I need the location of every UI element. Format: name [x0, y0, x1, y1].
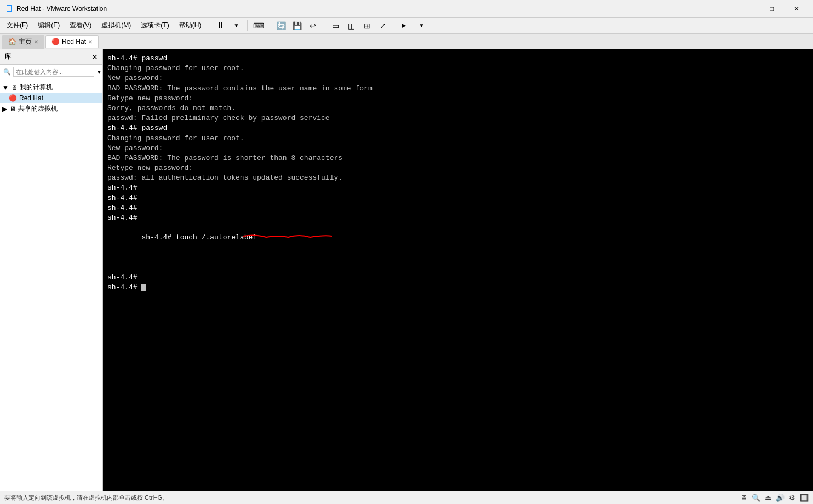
toolbar-divider-2 [270, 20, 270, 31]
vm-icon: 🔴 [9, 94, 17, 102]
status-icon-1[interactable]: 🖥 [740, 494, 747, 502]
pause-button[interactable]: ⏸ [213, 19, 228, 32]
menu-tabs[interactable]: 选项卡(T) [136, 19, 173, 32]
redhat-label: Red Hat [19, 94, 43, 102]
content-area: sh-4.4# passwd Changing password for use… [103, 49, 813, 491]
sidebar-search: 🔍 ▼ [0, 65, 102, 79]
term-line-15: sh-4.4# [107, 193, 809, 203]
term-line-2: Changing password for user root. [107, 64, 809, 73]
search-icon: 🔍 [3, 68, 11, 76]
status-icon-6[interactable]: 🔲 [800, 494, 809, 502]
toolbar-group-5: ▶_ ▼ [398, 19, 429, 32]
toolbar-group-2: ⌨ [251, 19, 266, 32]
term-line-18: sh-4.4# touch /.autorelabel [107, 223, 809, 273]
menu-bar: 文件(F) 编辑(E) 查看(V) 虚拟机(M) 选项卡(T) 帮助(H) ⏸ … [0, 18, 813, 34]
home-tab-close[interactable]: ✕ [34, 39, 38, 45]
view2-button[interactable]: ◫ [343, 19, 359, 32]
term-line-9: Changing password for user root. [107, 134, 809, 144]
home-icon: 🏠 [8, 38, 16, 45]
menu-vm[interactable]: 虚拟机(M) [97, 19, 135, 32]
status-bar: 要将输入定向到该虚拟机，请在虚拟机内部单击或按 Ctrl+G。 🖥 🔍 ⏏ 🔊 … [0, 491, 813, 504]
term-line-19: sh-4.4# [107, 273, 809, 283]
title-bar-controls: — □ ✕ [735, 0, 809, 18]
pause-dropdown[interactable]: ▼ [228, 19, 244, 32]
term-line-13: passwd: all authentication tokens update… [107, 173, 809, 183]
home-tab[interactable]: 🏠 主页 ✕ [2, 35, 44, 49]
sidebar: 库 ✕ 🔍 ▼ ▼ 🖥 我的计算机 🔴 Red Hat ▶ 🖥 [0, 49, 103, 491]
toolbar-group-4: ▭ ◫ ⊞ ⤢ [328, 19, 391, 32]
vm-tab-icon: 🔴 [51, 38, 60, 45]
snapshot-button[interactable]: 🔄 [273, 19, 289, 32]
title-bar-title: Red Hat - VMware Workstation [16, 5, 107, 13]
sidebar-tree: ▼ 🖥 我的计算机 🔴 Red Hat ▶ 🖥 共享的虚拟机 [0, 79, 102, 491]
shared-icon: 🖥 [9, 105, 16, 113]
send-ctrl-alt-del-button[interactable]: ⌨ [251, 19, 266, 32]
snapshot2-button[interactable]: 💾 [289, 19, 305, 32]
term-line-17: sh-4.4# [107, 213, 809, 223]
menu-edit[interactable]: 编辑(E) [33, 19, 64, 32]
toolbar-group-3: 🔄 💾 ↩ [273, 19, 320, 32]
view-dropdown[interactable]: ▼ [414, 19, 429, 32]
vm-tab-close[interactable]: ✕ [88, 39, 93, 45]
toolbar-group-1: ⏸ ▼ [213, 19, 244, 32]
menu-file[interactable]: 文件(F) [2, 19, 32, 32]
close-button[interactable]: ✕ [784, 0, 809, 18]
terminal[interactable]: sh-4.4# passwd Changing password for use… [103, 49, 813, 491]
term-line-7: passwd: Failed preliminary check by pass… [107, 113, 809, 123]
term-line-1: sh-4.4# passwd [107, 54, 809, 64]
term-line-11: BAD PASSWORD: The password is shorter th… [107, 153, 809, 163]
term-line-8: sh-4.4# passwd [107, 123, 809, 133]
view4-button[interactable]: ⤢ [375, 19, 391, 32]
status-icon-5[interactable]: ⚙ [789, 494, 795, 502]
tree-redhat[interactable]: 🔴 Red Hat [0, 93, 102, 103]
term-line-6: Sorry, passwords do not match. [107, 104, 809, 113]
toolbar-divider-4 [394, 20, 394, 31]
term-line-3: New password: [107, 73, 809, 83]
computer-icon: 🖥 [11, 84, 18, 91]
snapshot3-button[interactable]: ↩ [305, 19, 320, 32]
search-input[interactable] [13, 67, 94, 77]
view1-button[interactable]: ▭ [328, 19, 343, 32]
status-bar-right: 🖥 🔍 ⏏ 🔊 ⚙ 🔲 [740, 494, 809, 502]
toolbar-divider-3 [324, 20, 324, 31]
status-icon-2[interactable]: 🔍 [752, 494, 760, 502]
term-line-10: New password: [107, 144, 809, 153]
sidebar-close-button[interactable]: ✕ [91, 53, 98, 61]
status-icon-4[interactable]: 🔊 [776, 494, 785, 502]
term-line-4: BAD PASSWORD: The password contains the … [107, 84, 809, 94]
search-dropdown-icon[interactable]: ▼ [96, 69, 102, 75]
term-line-12: Retype new password: [107, 163, 809, 173]
menu-view[interactable]: 查看(V) [65, 19, 96, 32]
term-line-5: Retype new password: [107, 94, 809, 104]
collapse-icon: ▼ [2, 84, 9, 91]
toolbar-divider-1 [247, 20, 248, 31]
sidebar-header: 库 ✕ [0, 49, 102, 65]
expand-icon: ▶ [2, 105, 7, 113]
toolbar-separator-1 [209, 20, 209, 31]
tab-bar: 🏠 主页 ✕ 🔴 Red Hat ✕ [0, 34, 813, 49]
menu-help[interactable]: 帮助(H) [175, 19, 206, 32]
sidebar-title: 库 [4, 52, 11, 61]
my-computer-label: 我的计算机 [20, 83, 53, 92]
maximize-button[interactable]: □ [759, 0, 784, 18]
home-tab-label: 主页 [19, 37, 32, 47]
tree-my-computer[interactable]: ▼ 🖥 我的计算机 [0, 82, 102, 93]
status-icon-3[interactable]: ⏏ [765, 494, 771, 502]
title-bar: 🖥 Red Hat - VMware Workstation — □ ✕ [0, 0, 813, 18]
term-line-16: sh-4.4# [107, 203, 809, 213]
tree-shared-vms[interactable]: ▶ 🖥 共享的虚拟机 [0, 103, 102, 114]
term-line-14: sh-4.4# [107, 183, 809, 193]
minimize-button[interactable]: — [735, 0, 759, 18]
title-bar-left: 🖥 Red Hat - VMware Workstation [4, 4, 107, 14]
main: 库 ✕ 🔍 ▼ ▼ 🖥 我的计算机 🔴 Red Hat ▶ 🖥 [0, 49, 813, 491]
shared-vms-label: 共享的虚拟机 [18, 104, 58, 113]
status-message: 要将输入定向到该虚拟机，请在虚拟机内部单击或按 Ctrl+G。 [4, 494, 168, 502]
console-button[interactable]: ▶_ [398, 19, 413, 32]
vm-tab[interactable]: 🔴 Red Hat ✕ [45, 35, 99, 48]
view3-button[interactable]: ⊞ [359, 19, 375, 32]
term-line-20: sh-4.4# [107, 283, 809, 293]
vm-tab-label: Red Hat [62, 38, 86, 45]
app-icon: 🖥 [4, 4, 13, 14]
